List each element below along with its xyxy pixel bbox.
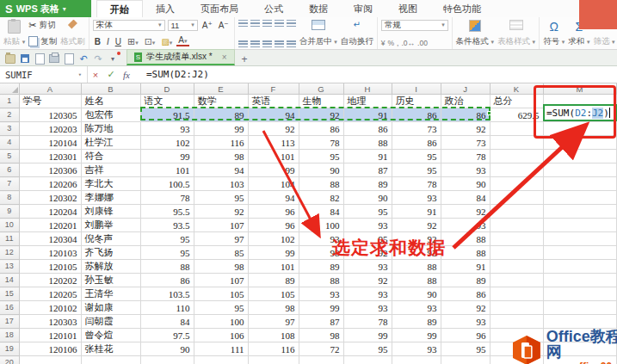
cell-G12[interactable]: 98	[299, 246, 343, 260]
cell-G13[interactable]: 89	[299, 260, 343, 274]
account-button[interactable]	[579, 0, 617, 29]
cell-D19[interactable]: 90	[140, 342, 194, 356]
cell-G3[interactable]: 86	[299, 122, 343, 136]
cut-button[interactable]: ✂剪切	[28, 20, 57, 31]
menu-tab-视图[interactable]: 视图	[386, 0, 430, 17]
cell-D6[interactable]: 101	[140, 163, 194, 177]
cell-E18[interactable]: 106	[194, 329, 248, 342]
cell-I18[interactable]: 99	[392, 329, 441, 342]
number-format-select[interactable]: 常规▾	[381, 20, 448, 31]
cell-E9[interactable]: 92	[194, 205, 248, 219]
cell-B5[interactable]: 符合	[81, 150, 140, 163]
cell-H2[interactable]: 91	[343, 108, 392, 122]
row-header-11[interactable]: 11	[0, 232, 19, 246]
cell-D14[interactable]: 86	[140, 274, 194, 287]
cell-B10[interactable]: 刘鹏举	[81, 219, 140, 232]
cell-F18[interactable]: 108	[248, 329, 299, 342]
cell-I4[interactable]: 86	[392, 136, 441, 150]
cell-header-生物[interactable]: 生物	[299, 95, 343, 108]
cell-G6[interactable]: 90	[299, 163, 343, 177]
cell-K5[interactable]	[490, 150, 543, 163]
insert-function-button[interactable]: fx	[119, 70, 134, 80]
cell-B18[interactable]: 曾令煊	[81, 329, 140, 342]
cell-A8[interactable]: 120302	[19, 191, 81, 205]
cell-G19[interactable]: 72	[299, 342, 343, 356]
cell-A12[interactable]: 120103	[19, 246, 81, 260]
cell-M12[interactable]	[543, 246, 616, 260]
cell-I8[interactable]: 93	[392, 191, 441, 205]
cell-D12[interactable]: 95	[140, 246, 194, 260]
format-painter-button[interactable]: 格式刷	[60, 36, 85, 47]
column-header-H[interactable]: H	[343, 83, 392, 95]
column-header-K[interactable]: K	[490, 83, 543, 95]
cell-H5[interactable]: 91	[343, 150, 392, 163]
cell-B14[interactable]: 孙玉敏	[81, 274, 140, 287]
cell-D8[interactable]: 78	[140, 191, 194, 205]
cell-M5[interactable]	[543, 150, 616, 163]
cell-H8[interactable]: 90	[343, 191, 392, 205]
cell-F15[interactable]: 105	[248, 287, 299, 301]
menu-tab-公式[interactable]: 公式	[251, 0, 296, 17]
cell-F3[interactable]: 92	[248, 122, 299, 136]
cell-A6[interactable]: 120306	[19, 163, 81, 177]
cell-I19[interactable]: 93	[392, 342, 441, 356]
row-header-20[interactable]: 20	[0, 356, 19, 364]
column-header-M[interactable]: M	[543, 83, 616, 95]
cell-J14[interactable]: 89	[441, 274, 490, 287]
symbol-button[interactable]: 符号 ▾	[543, 36, 565, 47]
cell-I14[interactable]: 88	[392, 274, 441, 287]
menu-tab-插入[interactable]: 插入	[143, 0, 188, 17]
cell-H11[interactable]: 95	[343, 232, 392, 246]
cell-header-总分[interactable]: 总分	[490, 95, 543, 108]
open-file-icon[interactable]	[5, 53, 15, 64]
cell-A19[interactable]: 120106	[19, 342, 81, 356]
cell-B7[interactable]: 李北大	[81, 177, 140, 191]
cell-K11[interactable]	[490, 232, 543, 246]
cell-J17[interactable]: 93	[441, 315, 490, 329]
font-color-button[interactable]: A▾	[176, 36, 188, 46]
cell-J7[interactable]: 90	[441, 177, 490, 191]
font-size-select[interactable]: 11▾	[168, 20, 198, 31]
cell-E17[interactable]: 100	[194, 315, 248, 329]
cell-M15[interactable]	[543, 287, 616, 301]
cell-F11[interactable]: 102	[248, 232, 299, 246]
cancel-entry-button[interactable]: ×	[88, 70, 103, 80]
cell-B15[interactable]: 王清华	[81, 287, 140, 301]
distribute-icon[interactable]	[287, 40, 296, 47]
filter-button[interactable]: 筛选 ▾	[593, 36, 614, 47]
cell-I10[interactable]: 92	[392, 219, 441, 232]
cell-A15[interactable]: 120205	[19, 287, 81, 301]
cell-F10[interactable]: 96	[248, 219, 299, 232]
decrease-indent-icon[interactable]	[275, 20, 284, 27]
new-tab-button[interactable]: +	[242, 53, 248, 65]
cell-I9[interactable]: 91	[392, 205, 441, 219]
row-header-9[interactable]: 9	[0, 205, 19, 219]
row-header-15[interactable]: 15	[0, 287, 19, 301]
cell-I3[interactable]: 73	[392, 122, 441, 136]
row-header-19[interactable]: 19	[0, 342, 19, 356]
row-header-14[interactable]: 14	[0, 274, 19, 287]
percent-button[interactable]: %	[388, 39, 395, 47]
shrink-font-button[interactable]: A⁻	[217, 21, 231, 30]
cell-I7[interactable]: 78	[392, 177, 441, 191]
cell-H20[interactable]	[343, 356, 392, 364]
row-header-6[interactable]: 6	[0, 163, 19, 177]
cell-M3[interactable]	[543, 122, 616, 136]
cell-G8[interactable]: 82	[299, 191, 343, 205]
print-preview-icon[interactable]	[64, 53, 74, 64]
paste-icon[interactable]	[8, 20, 21, 34]
cell-K8[interactable]	[490, 191, 543, 205]
column-header-J[interactable]: J	[441, 83, 490, 95]
cell-A10[interactable]: 120201	[19, 219, 81, 232]
cell-style-button[interactable]: ⊡▾	[143, 36, 157, 47]
cell-I12[interactable]: 93	[392, 246, 441, 260]
cell-A4[interactable]: 120104	[19, 136, 81, 150]
row-header-10[interactable]: 10	[0, 219, 19, 232]
align-bottom-icon[interactable]	[262, 20, 272, 27]
cell-F9[interactable]: 96	[248, 205, 299, 219]
cell-B12[interactable]: 齐飞扬	[81, 246, 140, 260]
cell-J12[interactable]: 88	[441, 246, 490, 260]
cell-F7[interactable]: 104	[248, 177, 299, 191]
wps-logo[interactable]: S WPS 表格 ▾	[0, 0, 91, 17]
cell-E19[interactable]: 111	[194, 342, 248, 356]
